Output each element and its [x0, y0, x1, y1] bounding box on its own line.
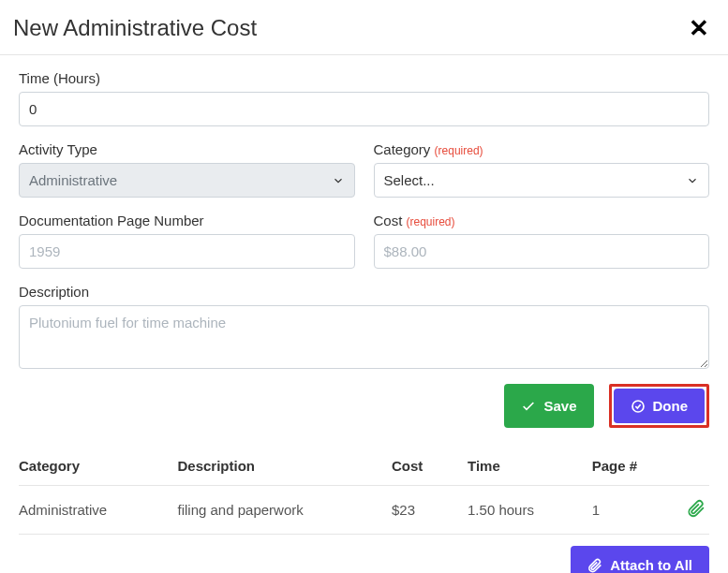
td-attach	[675, 486, 709, 535]
button-row: Save Done	[0, 384, 728, 428]
th-cost: Cost	[392, 447, 468, 486]
activity-type-group: Activity Type Administrative	[19, 141, 355, 198]
th-attach	[675, 447, 709, 486]
td-time: 1.50 hours	[468, 486, 592, 535]
table-row: Administrative filing and paperwork $23 …	[19, 486, 709, 535]
cost-label: Cost (required)	[374, 213, 710, 228]
description-group: Description	[19, 284, 709, 369]
category-label-text: Category	[374, 141, 431, 157]
th-description: Description	[178, 447, 392, 486]
form-body: Time (Hours) Activity Type Administrativ…	[0, 55, 728, 369]
time-label: Time (Hours)	[19, 70, 709, 86]
td-page: 1	[592, 486, 675, 535]
done-button[interactable]: Done	[614, 389, 706, 423]
save-button-label: Save	[543, 398, 576, 414]
cost-required-tag: (required)	[407, 215, 455, 228]
attach-to-all-button[interactable]: Attach to All	[571, 546, 709, 573]
save-button[interactable]: Save	[504, 384, 593, 428]
modal-header: New Administrative Cost ✕	[0, 0, 728, 55]
th-time: Time	[468, 447, 592, 486]
th-page: Page #	[592, 447, 675, 486]
description-label: Description	[19, 284, 709, 300]
paperclip-icon[interactable]	[687, 499, 706, 518]
time-group: Time (Hours)	[19, 70, 709, 126]
table-header-row: Category Description Cost Time Page #	[19, 447, 709, 486]
description-textarea[interactable]	[19, 305, 709, 369]
activity-type-select[interactable]: Administrative	[19, 163, 355, 198]
cost-input[interactable]	[374, 234, 710, 269]
category-select[interactable]: Select...	[374, 163, 710, 198]
cost-table: Category Description Cost Time Page # Ad…	[19, 447, 709, 535]
time-input[interactable]	[19, 92, 709, 126]
td-cost: $23	[392, 486, 468, 535]
check-icon	[521, 399, 536, 414]
td-category: Administrative	[19, 486, 178, 535]
th-category: Category	[19, 447, 178, 486]
close-button[interactable]: ✕	[689, 16, 709, 40]
activity-type-label: Activity Type	[19, 141, 355, 157]
footer-row: Attach to All	[0, 535, 728, 573]
cost-label-text: Cost	[374, 213, 403, 228]
cost-table-wrap: Category Description Cost Time Page # Ad…	[0, 447, 728, 535]
doc-page-group: Documentation Page Number	[19, 213, 355, 269]
done-button-label: Done	[653, 398, 689, 414]
category-label: Category (required)	[374, 141, 710, 157]
category-required-tag: (required)	[435, 144, 483, 157]
category-group: Category (required) Select...	[374, 141, 710, 198]
modal-title: New Administrative Cost	[13, 15, 257, 41]
attach-all-label: Attach to All	[610, 557, 692, 573]
paperclip-icon	[587, 558, 602, 573]
close-icon: ✕	[689, 14, 709, 42]
td-description: filing and paperwork	[178, 486, 392, 535]
done-highlight-box: Done	[609, 384, 710, 428]
doc-page-label: Documentation Page Number	[19, 213, 355, 228]
check-circle-icon	[631, 399, 646, 414]
cost-group: Cost (required)	[374, 213, 710, 269]
doc-page-input[interactable]	[19, 234, 355, 269]
